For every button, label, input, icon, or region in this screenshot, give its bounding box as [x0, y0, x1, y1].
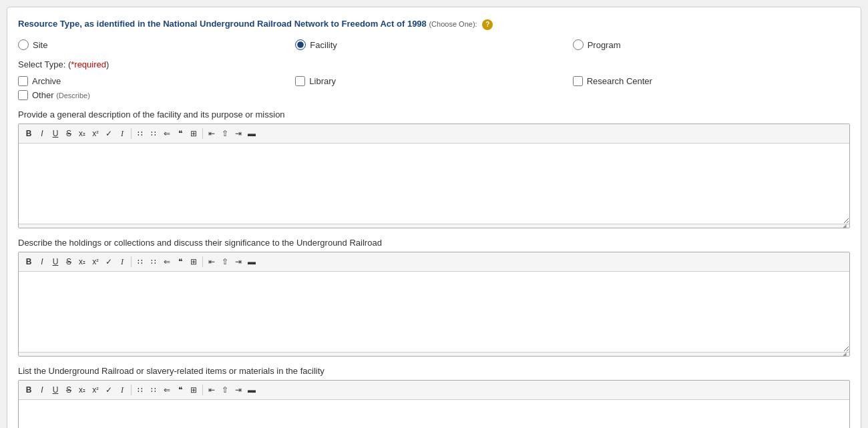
toolbar-sep-1a: [131, 128, 132, 139]
toolbar-check-2[interactable]: ✓: [103, 255, 115, 268]
toolbar-image-3[interactable]: ⊞: [188, 383, 200, 397]
toolbar-check-1[interactable]: ✓: [103, 127, 115, 140]
checkbox-library[interactable]: [295, 76, 305, 86]
checkbox-archive[interactable]: [18, 76, 28, 86]
toolbar-align-left-2[interactable]: ⇤: [206, 255, 218, 268]
checkbox-option-archive[interactable]: Archive: [18, 76, 295, 86]
radio-option-site[interactable]: Site: [18, 39, 295, 50]
form-container: Resource Type, as identified in the Nati…: [7, 7, 861, 428]
toolbar-image-1[interactable]: ⊞: [188, 127, 200, 140]
toolbar-italic-1[interactable]: I: [36, 127, 48, 140]
editor-resize-1[interactable]: ◢: [19, 224, 849, 228]
select-type-label: Select Type: (*required): [18, 59, 850, 69]
editor-toolbar-1: B I U S x₂ x² ✓ I ∷ ∷ ⇐ ❝ ⊞ ⇤ ⇧ ⇥ ▬: [19, 124, 849, 144]
toolbar-sep-3a: [131, 385, 132, 395]
checkbox-option-other[interactable]: Other (Describe): [18, 90, 850, 100]
toolbar-align-left-3[interactable]: ⇤: [206, 383, 218, 397]
toolbar-strikethrough-3[interactable]: S: [63, 383, 75, 397]
toolbar-align-left-1[interactable]: ⇤: [206, 127, 218, 140]
toolbar-bold-3[interactable]: B: [23, 383, 35, 397]
radio-site[interactable]: [18, 39, 29, 50]
editor-content-general-description[interactable]: [19, 144, 849, 224]
toolbar-subscript-1[interactable]: x₂: [76, 127, 88, 140]
toolbar-ul-2[interactable]: ∷: [148, 255, 160, 268]
toolbar-italic-3[interactable]: I: [36, 383, 48, 397]
page-wrapper: Resource Type, as identified in the Nati…: [0, 0, 868, 428]
toolbar-align-center-2[interactable]: ⇧: [219, 255, 231, 268]
toolbar-ol-2[interactable]: ∷: [134, 255, 146, 268]
toolbar-bold-2[interactable]: B: [23, 255, 35, 268]
radio-facility-label: Facility: [310, 40, 337, 50]
checkbox-research-center[interactable]: [573, 76, 583, 86]
editor-resize-2[interactable]: ◢: [19, 352, 849, 356]
radio-option-program[interactable]: Program: [573, 39, 850, 50]
radio-program-label: Program: [588, 40, 621, 50]
toolbar-underline-1[interactable]: U: [49, 127, 61, 140]
toolbar-align-right-1[interactable]: ⇥: [232, 127, 244, 140]
toolbar-italic-2[interactable]: I: [36, 255, 48, 268]
toolbar-hr-3[interactable]: ▬: [246, 383, 258, 397]
toolbar-strikethrough-2[interactable]: S: [63, 255, 75, 268]
toolbar-image-2[interactable]: ⊞: [188, 255, 200, 268]
toolbar-bold-1[interactable]: B: [23, 127, 35, 140]
toolbar-italic-serif-1[interactable]: I: [116, 127, 128, 140]
field-label-general-description: Provide a general description of the fac…: [18, 110, 850, 120]
toolbar-check-3[interactable]: ✓: [103, 383, 115, 397]
toolbar-underline-2[interactable]: U: [49, 255, 61, 268]
checkbox-research-center-label: Research Center: [587, 76, 652, 86]
toolbar-blockquote-2[interactable]: ❝: [174, 255, 186, 268]
toolbar-hr-2[interactable]: ▬: [246, 255, 258, 268]
editor-content-items-list[interactable]: [19, 400, 849, 428]
editor-toolbar-3: B I U S x₂ x² ✓ I ∷ ∷ ⇐ ❝ ⊞ ⇤ ⇧ ⇥ ▬: [19, 381, 849, 400]
checkbox-option-library[interactable]: Library: [295, 76, 572, 86]
toolbar-outdent-3[interactable]: ⇐: [161, 383, 173, 397]
toolbar-superscript-1[interactable]: x²: [89, 127, 101, 140]
checkbox-other[interactable]: [18, 90, 28, 100]
toolbar-strikethrough-1[interactable]: S: [63, 127, 75, 140]
toolbar-sep-1b: [202, 128, 203, 139]
radio-program[interactable]: [573, 39, 584, 50]
checkbox-other-label: Other (Describe): [32, 90, 90, 100]
radio-option-facility[interactable]: Facility: [295, 39, 572, 50]
toolbar-blockquote-1[interactable]: ❝: [174, 127, 186, 140]
editor-toolbar-2: B I U S x₂ x² ✓ I ∷ ∷ ⇐ ❝ ⊞ ⇤ ⇧ ⇥ ▬: [19, 252, 849, 272]
select-type-text: Select Type: (: [18, 59, 71, 69]
rich-text-editor-items-list: B I U S x₂ x² ✓ I ∷ ∷ ⇐ ❝ ⊞ ⇤ ⇧ ⇥ ▬: [18, 380, 850, 428]
checkbox-archive-label: Archive: [32, 76, 61, 86]
toolbar-outdent-1[interactable]: ⇐: [161, 127, 173, 140]
choose-one-label: (Choose One):: [429, 20, 477, 28]
field-label-holdings-description: Describe the holdings or collections and…: [18, 238, 850, 248]
toolbar-superscript-2[interactable]: x²: [89, 255, 101, 268]
field-label-items-list: List the Underground Railroad or slavery…: [18, 366, 850, 376]
toolbar-sep-2a: [131, 256, 132, 267]
toolbar-italic-serif-3[interactable]: I: [116, 383, 128, 397]
toolbar-ul-3[interactable]: ∷: [148, 383, 160, 397]
help-icon[interactable]: ?: [482, 19, 493, 30]
section-title: Resource Type, as identified in the Nati…: [18, 18, 850, 30]
toolbar-align-center-3[interactable]: ⇧: [219, 383, 231, 397]
toolbar-align-center-1[interactable]: ⇧: [219, 127, 231, 140]
toolbar-align-right-2[interactable]: ⇥: [232, 255, 244, 268]
checkbox-option-research-center[interactable]: Research Center: [573, 76, 850, 86]
toolbar-subscript-2[interactable]: x₂: [76, 255, 88, 268]
resource-type-radio-group: Site Facility Program: [18, 39, 850, 50]
checkbox-library-label: Library: [309, 76, 336, 86]
radio-facility[interactable]: [295, 39, 306, 50]
checkbox-row-1: Archive Library Research Center: [18, 76, 850, 86]
rich-text-editor-general-description: B I U S x₂ x² ✓ I ∷ ∷ ⇐ ❝ ⊞ ⇤ ⇧ ⇥ ▬: [18, 124, 850, 228]
section-title-text: Resource Type, as identified in the Nati…: [18, 19, 427, 29]
toolbar-superscript-3[interactable]: x²: [89, 383, 101, 397]
toolbar-ol-3[interactable]: ∷: [134, 383, 146, 397]
toolbar-italic-serif-2[interactable]: I: [116, 255, 128, 268]
toolbar-align-right-3[interactable]: ⇥: [232, 383, 244, 397]
toolbar-hr-1[interactable]: ▬: [246, 127, 258, 140]
editor-content-holdings-description[interactable]: [19, 272, 849, 352]
toolbar-subscript-3[interactable]: x₂: [76, 383, 88, 397]
toolbar-ol-1[interactable]: ∷: [134, 127, 146, 140]
radio-site-label: Site: [33, 40, 47, 50]
toolbar-ul-1[interactable]: ∷: [148, 127, 160, 140]
toolbar-underline-3[interactable]: U: [49, 383, 61, 397]
toolbar-blockquote-3[interactable]: ❝: [174, 383, 186, 397]
toolbar-outdent-2[interactable]: ⇐: [161, 255, 173, 268]
select-type-close: ): [106, 59, 109, 69]
